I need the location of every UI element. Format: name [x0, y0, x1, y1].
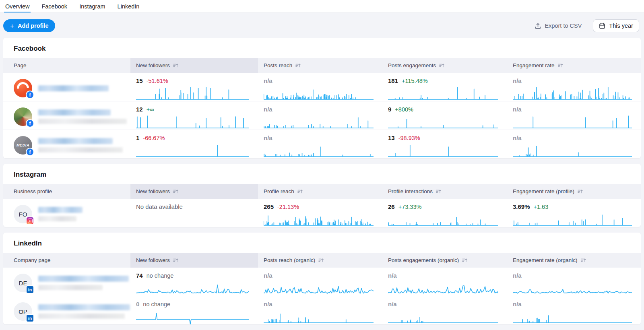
metric-cell-posts-reach: n/a [258, 101, 382, 132]
metric-cell-new-followers: No data available [130, 199, 258, 227]
sparkline-chart [264, 280, 374, 296]
linkedin-section-card: LinkedIn Company page New followers Post… [3, 233, 641, 324]
metric-cell-posts-engagements: 13-98.93% [382, 130, 507, 158]
sparkline-chart [136, 280, 249, 296]
metric-cell-posts-reach: n/a [258, 73, 382, 103]
column-header-profile-interactions[interactable]: Profile interactions [382, 184, 507, 199]
facebook-badge-icon: f [26, 119, 34, 128]
table-header-row: Company page New followers Posts reach (… [3, 253, 641, 268]
table-header-row: Business profile New followers Profile r… [3, 184, 641, 199]
metric-value: 265 [264, 203, 274, 210]
metric-cell-posts-engagements: 9+800% [382, 101, 507, 132]
tab-instagram[interactable]: Instagram [78, 0, 106, 12]
metric-cell-engagement-rate-profile: 3.69%+1.63 [507, 199, 641, 227]
column-header-posts-engagements[interactable]: Posts engagements [382, 58, 507, 73]
table-row[interactable]: DE in 74no change n/a n/a n/a [3, 268, 641, 296]
redacted-profile-name [38, 207, 83, 221]
column-header-new-followers[interactable]: New followers [130, 58, 258, 73]
column-header-profile-reach[interactable]: Profile reach [258, 184, 382, 199]
metric-cell-profile-interactions: 26+73.33% [382, 199, 507, 227]
metric-value: 1 [136, 134, 139, 141]
export-to-csv-button[interactable]: Export to CSV [535, 23, 582, 29]
column-header-business-profile: Business profile [3, 184, 130, 199]
column-header-company-page: Company page [3, 253, 130, 268]
redacted-profile-name [38, 276, 129, 290]
column-header-posts-reach[interactable]: Posts reach [258, 58, 382, 73]
metric-delta: +∞ [147, 106, 154, 113]
metric-delta: +115.48% [402, 78, 428, 85]
tab-facebook[interactable]: Facebook [40, 0, 68, 12]
table-row[interactable]: f 12+∞ n/a 9+800% n/a [3, 101, 641, 130]
sparkline-chart [388, 113, 498, 130]
metric-value: 9 [388, 106, 391, 113]
metric-cell-profile-reach: 265-21.13% [258, 199, 382, 227]
sparkline-chart [513, 308, 632, 324]
metric-value: n/a [264, 77, 272, 84]
sparkline-chart [513, 142, 632, 158]
column-header-engagement-rate[interactable]: Engagement rate [507, 58, 641, 73]
column-header-new-followers[interactable]: New followers [130, 184, 258, 199]
column-header-label: Posts engagements (organic) [388, 257, 459, 263]
sparkline-chart [388, 211, 498, 227]
metric-cell-posts-reach-organic: n/a [258, 268, 382, 298]
column-header-posts-reach-organic[interactable]: Posts reach (organic) [258, 253, 382, 268]
metric-cell-new-followers: 1-66.67% [130, 130, 258, 158]
facebook-section-card: Facebook Page New followers Posts reach … [3, 38, 641, 158]
column-header-label: Posts reach [264, 62, 292, 68]
tab-linkedin[interactable]: LinkedIn [116, 0, 141, 12]
metric-value: n/a [264, 301, 272, 307]
column-header-label: Profile reach [264, 188, 294, 194]
instagram-section-card: Instagram Business profile New followers… [3, 164, 641, 227]
table-row[interactable]: FO No data available 265-21.13% 26+73.33… [3, 199, 641, 227]
sort-icon [173, 189, 178, 194]
upload-icon [535, 23, 541, 29]
sort-icon [173, 258, 178, 263]
date-range-button[interactable]: This year [593, 19, 639, 32]
tab-overview[interactable]: Overview [4, 0, 31, 12]
table-row[interactable]: f 15-51.61% n/a 181+115.48% n/a [3, 73, 641, 101]
metric-cell-new-followers: 15-51.61% [130, 73, 258, 103]
instagram-badge-icon [26, 217, 34, 225]
metric-value: n/a [388, 272, 397, 279]
add-profile-button[interactable]: + Add profile [3, 19, 55, 32]
calendar-icon [599, 23, 605, 29]
sort-icon [297, 189, 303, 194]
column-header-posts-engagements-organic[interactable]: Posts engagements (organic) [382, 253, 507, 268]
facebook-badge-icon: f [26, 91, 34, 99]
sparkline-chart [136, 211, 249, 227]
sparkline-chart [264, 85, 374, 101]
metric-value: 15 [136, 77, 143, 84]
table-row[interactable]: MEDIA f 1-66.67% n/a 13-98.93% n/a [3, 130, 641, 158]
column-header-label: Page [14, 62, 27, 68]
column-header-label: Posts reach (organic) [264, 257, 315, 263]
metric-cell-posts-engagements-organic: n/a [382, 268, 507, 298]
sparkline-chart [136, 308, 249, 324]
sparkline-chart [388, 280, 498, 296]
metric-delta: -98.93% [398, 135, 420, 142]
sort-icon [462, 258, 467, 263]
sort-icon [295, 63, 301, 68]
metric-value: 0 [136, 301, 139, 307]
section-title: Facebook [3, 38, 641, 58]
export-label: Export to CSV [545, 23, 582, 29]
table-row[interactable]: OP in 0no change n/a n/a n/a [3, 296, 641, 324]
sparkline-chart [513, 85, 632, 101]
column-header-engagement-rate-organic[interactable]: Engagement rate (organic) [507, 253, 641, 268]
linkedin-badge-icon: in [26, 314, 34, 322]
column-header-engagement-rate-profile[interactable]: Engagement rate (profile) [507, 184, 641, 199]
sparkline-chart [264, 211, 374, 227]
metric-value: 74 [136, 272, 143, 279]
column-header-label: Business profile [14, 188, 52, 194]
sparkline-chart [136, 142, 249, 158]
table-header-row: Page New followers Posts reach Posts eng… [3, 58, 641, 73]
sparkline-chart [136, 85, 249, 101]
column-header-label: New followers [136, 257, 170, 263]
column-header-page: Page [3, 58, 130, 73]
metric-value: n/a [513, 301, 522, 307]
sparkline-chart [513, 113, 632, 130]
column-header-label: New followers [136, 188, 170, 194]
metric-value: 26 [388, 203, 395, 210]
column-header-new-followers[interactable]: New followers [130, 253, 258, 268]
metric-value: n/a [264, 106, 272, 113]
metric-value: n/a [264, 134, 272, 141]
